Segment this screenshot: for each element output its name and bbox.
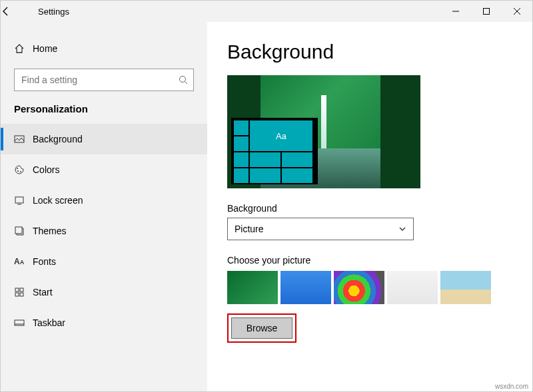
svg-point-2 — [180, 77, 186, 83]
dropdown-value: Picture — [235, 224, 264, 234]
home-nav[interactable]: Home — [1, 35, 207, 62]
nav-colors[interactable]: Colors — [1, 154, 207, 185]
background-label: Background — [227, 203, 512, 214]
picture-thumbnails — [227, 271, 512, 304]
background-preview: Aa — [227, 75, 420, 188]
minimize-button[interactable] — [440, 1, 471, 22]
nav-label: Lock screen — [33, 195, 83, 206]
browse-label: Browse — [247, 323, 278, 333]
svg-rect-1 — [484, 9, 490, 15]
nav-label: Colors — [33, 164, 59, 175]
chevron-down-icon — [398, 225, 406, 233]
picture-thumb[interactable] — [334, 271, 384, 304]
nav-taskbar[interactable]: Taskbar — [1, 307, 207, 338]
nav-label: Start — [33, 287, 53, 297]
window-title: Settings — [33, 7, 440, 17]
browse-highlight: Browse — [227, 313, 296, 343]
category-label: Personalization — [1, 99, 207, 124]
page-heading: Background — [227, 41, 512, 63]
svg-rect-11 — [15, 288, 19, 292]
nav-background[interactable]: Background — [1, 124, 207, 154]
picture-thumb[interactable] — [227, 271, 278, 304]
content-pane: Background Aa Background Picture Choos — [207, 22, 532, 391]
fonts-icon: AA — [14, 257, 33, 266]
watermark: wsxdn.com — [495, 383, 528, 390]
search-icon — [179, 75, 188, 85]
search-input[interactable] — [20, 74, 179, 86]
maximize-button[interactable] — [471, 1, 502, 22]
taskbar-icon — [14, 317, 33, 328]
title-bar: Settings — [1, 1, 532, 22]
nav-fonts[interactable]: AA Fonts — [1, 246, 207, 277]
svg-point-5 — [17, 168, 18, 169]
svg-rect-10 — [15, 227, 22, 234]
svg-rect-8 — [15, 197, 23, 203]
search-box[interactable] — [14, 69, 194, 91]
picture-thumb[interactable] — [387, 271, 438, 304]
svg-rect-13 — [15, 293, 19, 296]
home-label: Home — [33, 43, 57, 54]
back-button[interactable] — [1, 6, 33, 17]
svg-point-7 — [20, 171, 21, 172]
choose-picture-label: Choose your picture — [227, 255, 512, 266]
close-button[interactable] — [502, 1, 532, 22]
nav-themes[interactable]: Themes — [1, 216, 207, 246]
start-menu-preview: Aa — [231, 118, 318, 184]
nav-label: Taskbar — [33, 317, 65, 328]
lock-screen-icon — [14, 195, 33, 206]
picture-icon — [14, 134, 33, 144]
nav-start[interactable]: Start — [1, 277, 207, 307]
start-icon — [14, 287, 33, 297]
nav-lock-screen[interactable]: Lock screen — [1, 185, 207, 216]
picture-thumb[interactable] — [440, 271, 491, 304]
palette-icon — [14, 164, 33, 175]
svg-rect-14 — [20, 293, 23, 296]
background-type-dropdown[interactable]: Picture — [227, 218, 414, 240]
svg-point-6 — [17, 170, 19, 172]
picture-thumb[interactable] — [280, 271, 331, 304]
sidebar: Home Personalization Background Colors — [1, 22, 207, 391]
nav-label: Fonts — [33, 256, 56, 267]
browse-button[interactable]: Browse — [231, 317, 292, 339]
svg-line-3 — [185, 82, 188, 85]
nav-label: Background — [33, 134, 83, 144]
home-icon — [14, 43, 33, 54]
svg-rect-15 — [15, 320, 24, 325]
nav-label: Themes — [33, 226, 67, 236]
themes-icon — [14, 226, 33, 236]
preview-sample-text: Aa — [250, 120, 312, 151]
svg-rect-12 — [20, 288, 23, 292]
